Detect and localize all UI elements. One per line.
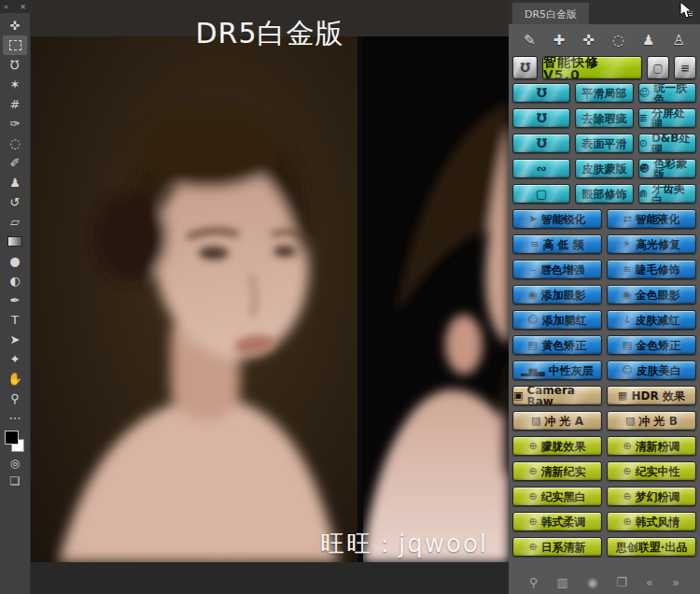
action-button-HDR 效果[interactable]: ▦HDR 效果 [607,386,696,405]
action-button-统一肤色[interactable]: ☺统一肤色 [638,83,696,103]
content-aware-icon[interactable]: ◌ [612,32,624,49]
action-button-添加眼影[interactable]: ◉添加眼影 [512,285,602,304]
panel-row: ▢眼部修饰⋒牙齿美白 [512,184,696,204]
action-button-韩式柔调[interactable]: ⊕韩式柔调 [512,512,602,531]
gradient-tool[interactable] [3,232,27,251]
action-button-清新粉调[interactable]: ⊕清新粉调 [607,436,696,456]
panel-tab[interactable]: DR5白金版 [512,3,589,24]
rect-marquee-tool[interactable] [3,35,27,55]
color-swatches[interactable] [4,431,26,453]
action-button-纪实黑白[interactable]: ⊕纪实黑白 [512,487,602,506]
path-select-tool[interactable]: ➤ [3,330,27,349]
selection-icon[interactable]: ▢ [512,184,570,204]
dodge-tool[interactable]: ◐ [3,271,27,290]
spot-repair-brush-icon[interactable]: ✎ [524,32,536,49]
blur-tool[interactable]: ● [3,251,27,271]
button-label: 纪实中性 [636,466,680,477]
action-button-思创联盟·出品[interactable]: 思创联盟·出品 [607,537,696,557]
panel-row: ⊕韩式柔调⊕韩式风情 [512,512,696,531]
action-button-韩式风情[interactable]: ⊕韩式风情 [607,512,696,531]
sliders-icon[interactable]: ≡ [674,56,696,79]
brush-tool[interactable]: ✐ [3,153,27,173]
action-button-清新纪实[interactable]: ⊕清新纪实 [512,461,602,481]
action-button-高 低 频[interactable]: ≡高 低 频 [512,234,602,254]
copy-pages-icon[interactable]: ❐ [616,575,627,589]
panel-row: ▣Camera Raw▦HDR 效果 [512,386,696,405]
shape-tool[interactable]: ✦ [3,349,27,369]
healing-brush-icon[interactable]: ✚ [553,32,566,49]
next-icon[interactable]: » [672,575,679,589]
clone-stamp-icon[interactable]: ♟ [642,32,654,49]
patch-bandage-icon[interactable]: ✜ [582,32,595,49]
button-label: D&B处理 [651,134,695,153]
transform-icon: ⇄ [623,214,631,224]
action-button-牙齿美白[interactable]: ⋒牙齿美白 [638,184,696,204]
hand-tool[interactable]: ✋ [3,369,27,389]
action-button-皮肤美白[interactable]: ☺皮肤美白 [607,361,696,380]
panel-view-icon[interactable]: ▥ [557,575,568,589]
action-button-金色眼影[interactable]: ◉金色眼影 [607,285,696,304]
type-tool[interactable]: T [3,310,27,330]
pattern-stamp-icon[interactable]: ♙ [673,32,685,49]
rounded-square-icon[interactable]: ▢ [647,56,669,79]
collapse-panel-icon[interactable]: » [4,3,8,11]
action-button-表面平滑[interactable]: 表面平滑 [575,134,633,153]
action-button-梦幻粉调[interactable]: ⊕梦幻粉调 [607,487,696,506]
screen-mode-icon[interactable]: ❏ [10,474,21,488]
panel-tab-bar: DR5白金版 ≡ [509,0,700,24]
prev-icon[interactable]: « [646,575,653,589]
zoom-tool[interactable]: ⚲ [3,389,27,408]
photo-area[interactable] [31,36,509,562]
action-button-中性灰层[interactable]: ▂▅▃中性灰层 [512,361,602,380]
action-button-智能锐化[interactable]: ➤智能锐化 [512,209,602,229]
lasso-icon[interactable]: ℧ [512,134,570,153]
action-button-智能液化[interactable]: ⇄智能液化 [607,209,696,229]
search-icon[interactable]: ⚲ [529,575,539,589]
spot-healing-tool[interactable]: ◌ [3,134,27,153]
action-button-Camera Raw[interactable]: ▣Camera Raw [512,386,602,405]
quick-mask-icon[interactable]: ◎ [10,457,20,470]
panel-row: ⌣唇色增强≋睫毛修饰 [512,260,696,279]
action-button-色彩蒙版[interactable]: ☻色彩蒙版 [638,159,696,178]
action-button-添加腮红[interactable]: ☺添加腮红 [512,310,602,330]
action-button-冲 光 B[interactable]: ▧冲 光 B [607,411,696,431]
move-tool[interactable]: ✜ [3,16,27,35]
magic-wand-tool[interactable]: ✶ [3,75,27,94]
foreground-color-swatch[interactable] [5,431,19,445]
pen-tool[interactable]: ✒ [3,290,27,310]
clone-stamp-tool[interactable]: ♟ [3,173,27,192]
tooth-icon: ⋒ [639,189,648,199]
action-button-日系清新[interactable]: ⊕日系清新 [512,537,602,557]
lasso-icon[interactable]: ℧ [512,108,570,128]
action-button-去除瑕疵[interactable]: 去除瑕疵 [575,108,633,128]
action-button-皮肤蒙版[interactable]: 皮肤蒙版 [575,159,633,178]
smart-repair-button[interactable]: 智能快修 V5.0 [542,56,642,79]
button-label: 金色矫正 [636,340,680,351]
preview-eye-icon[interactable]: ◉ [587,575,597,589]
action-button-D&B处理[interactable]: ⊙D&B处理 [638,134,696,153]
eraser-tool[interactable]: ▱ [3,212,27,232]
history-brush-tool[interactable]: ↺ [3,192,27,212]
lasso-icon[interactable]: ℧ [512,83,570,103]
crop-tool[interactable]: # [3,94,27,114]
action-button-金色矫正[interactable]: ▤金色矫正 [607,335,696,355]
panel-row: ≡高 低 频☀高光修复 [512,234,696,254]
action-button-眼部修饰[interactable]: 眼部修饰 [575,184,633,204]
action-button-黄色矫正[interactable]: ▤黄色矫正 [512,335,602,355]
edit-toolbar-icon[interactable]: ⋯ [3,408,27,428]
action-button-平滑局部[interactable]: 平滑局部 [575,83,633,103]
action-button-高光修复[interactable]: ☀高光修复 [607,234,696,254]
action-button-分屏处理[interactable]: ≣分屏处理 [638,108,696,128]
action-button-睫毛修饰[interactable]: ≋睫毛修饰 [607,260,696,279]
photo-after [363,36,509,562]
eyedropper-tool[interactable]: ✑ [3,114,27,134]
close-icon[interactable]: ✕ [20,3,26,11]
lasso-icon[interactable]: ℧ [512,56,538,79]
action-button-纪实中性[interactable]: ⊕纪实中性 [607,461,696,481]
action-button-唇色增强[interactable]: ⌣唇色增强 [512,260,602,279]
action-button-朦胧效果[interactable]: ⊕朦胧效果 [512,436,602,456]
action-button-冲 光 A[interactable]: ▧冲 光 A [512,411,602,431]
lasso-tool[interactable]: ℧ [3,55,27,75]
action-button-皮肤减红[interactable]: ↓皮肤减红 [607,310,696,330]
chain-icon[interactable]: ∾ [512,159,570,178]
